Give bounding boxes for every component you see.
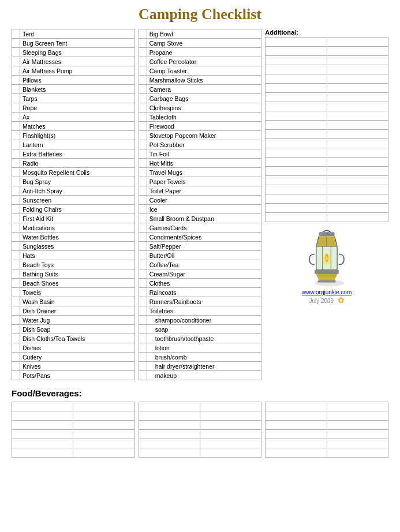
checkbox-cell[interactable] bbox=[139, 66, 147, 76]
checkbox-cell[interactable] bbox=[12, 29, 20, 39]
additional-cell[interactable] bbox=[327, 130, 388, 139]
checkbox-cell[interactable] bbox=[12, 353, 20, 362]
food-cell[interactable] bbox=[139, 411, 200, 421]
checkbox-cell[interactable] bbox=[139, 122, 147, 131]
checkbox-cell[interactable] bbox=[139, 113, 147, 122]
checkbox-cell[interactable] bbox=[12, 205, 20, 214]
checkbox-cell[interactable] bbox=[12, 186, 20, 196]
checkbox-cell[interactable] bbox=[139, 103, 147, 113]
checkbox-cell[interactable] bbox=[139, 325, 147, 334]
checkbox-cell[interactable] bbox=[139, 94, 147, 103]
checkbox-cell[interactable] bbox=[12, 177, 20, 186]
checkbox-cell[interactable] bbox=[12, 279, 20, 288]
additional-cell[interactable] bbox=[327, 38, 388, 47]
checkbox-cell[interactable] bbox=[139, 306, 147, 316]
checkbox-cell[interactable] bbox=[139, 76, 147, 85]
food-cell[interactable] bbox=[327, 439, 388, 448]
food-cell[interactable] bbox=[12, 421, 73, 430]
checkbox-cell[interactable] bbox=[139, 269, 147, 279]
additional-cell[interactable] bbox=[266, 111, 327, 121]
additional-cell[interactable] bbox=[266, 167, 327, 176]
checkbox-cell[interactable] bbox=[139, 297, 147, 306]
food-cell[interactable] bbox=[139, 421, 200, 430]
food-cell[interactable] bbox=[266, 421, 327, 430]
additional-cell[interactable] bbox=[327, 185, 388, 194]
checkbox-cell[interactable] bbox=[12, 66, 20, 76]
checkbox-cell[interactable] bbox=[12, 131, 20, 140]
food-cell[interactable] bbox=[327, 402, 388, 411]
checkbox-cell[interactable] bbox=[139, 242, 147, 251]
food-cell[interactable] bbox=[73, 439, 134, 448]
food-cell[interactable] bbox=[327, 411, 388, 421]
checkbox-cell[interactable] bbox=[12, 214, 20, 223]
checkbox-cell[interactable] bbox=[12, 288, 20, 297]
food-cell[interactable] bbox=[327, 430, 388, 439]
checkbox-cell[interactable] bbox=[12, 334, 20, 343]
additional-cell[interactable] bbox=[266, 84, 327, 93]
checkbox-cell[interactable] bbox=[139, 39, 147, 48]
food-cell[interactable] bbox=[12, 439, 73, 448]
additional-cell[interactable] bbox=[266, 176, 327, 185]
food-cell[interactable] bbox=[327, 421, 388, 430]
food-cell[interactable] bbox=[200, 411, 261, 421]
checkbox-cell[interactable] bbox=[139, 186, 147, 196]
checkbox-cell[interactable] bbox=[12, 297, 20, 306]
food-cell[interactable] bbox=[266, 430, 327, 439]
checkbox-cell[interactable] bbox=[139, 223, 147, 233]
attribution-link[interactable]: www.orgjunkie.com bbox=[302, 289, 352, 295]
additional-cell[interactable] bbox=[327, 84, 388, 93]
food-cell[interactable] bbox=[73, 430, 134, 439]
checkbox-cell[interactable] bbox=[12, 159, 20, 168]
food-cell[interactable] bbox=[73, 421, 134, 430]
additional-cell[interactable] bbox=[266, 121, 327, 130]
checkbox-cell[interactable] bbox=[12, 113, 20, 122]
checkbox-cell[interactable] bbox=[12, 251, 20, 260]
checkbox-cell[interactable] bbox=[139, 334, 147, 343]
checkbox-cell[interactable] bbox=[12, 362, 20, 371]
checkbox-cell[interactable] bbox=[12, 316, 20, 325]
checkbox-cell[interactable] bbox=[139, 168, 147, 177]
additional-cell[interactable] bbox=[266, 56, 327, 65]
additional-cell[interactable] bbox=[266, 148, 327, 158]
food-cell[interactable] bbox=[200, 421, 261, 430]
additional-cell[interactable] bbox=[327, 47, 388, 56]
checkbox-cell[interactable] bbox=[12, 103, 20, 113]
checkbox-cell[interactable] bbox=[139, 260, 147, 269]
checkbox-cell[interactable] bbox=[139, 131, 147, 140]
food-cell[interactable] bbox=[73, 411, 134, 421]
checkbox-cell[interactable] bbox=[139, 233, 147, 242]
checkbox-cell[interactable] bbox=[12, 196, 20, 205]
food-cell[interactable] bbox=[266, 411, 327, 421]
additional-cell[interactable] bbox=[327, 176, 388, 185]
checkbox-cell[interactable] bbox=[139, 196, 147, 205]
checkbox-cell[interactable] bbox=[12, 85, 20, 94]
checkbox-cell[interactable] bbox=[139, 140, 147, 149]
checkbox-cell[interactable] bbox=[12, 371, 20, 380]
additional-cell[interactable] bbox=[266, 130, 327, 139]
food-cell[interactable] bbox=[12, 402, 73, 411]
checkbox-cell[interactable] bbox=[12, 233, 20, 242]
food-cell[interactable] bbox=[200, 448, 261, 458]
additional-cell[interactable] bbox=[327, 194, 388, 204]
additional-cell[interactable] bbox=[266, 74, 327, 84]
checkbox-cell[interactable] bbox=[12, 325, 20, 334]
additional-cell[interactable] bbox=[266, 194, 327, 204]
additional-cell[interactable] bbox=[266, 185, 327, 194]
additional-cell[interactable] bbox=[327, 56, 388, 65]
additional-cell[interactable] bbox=[266, 204, 327, 213]
checkbox-cell[interactable] bbox=[139, 205, 147, 214]
additional-cell[interactable] bbox=[266, 93, 327, 102]
food-cell[interactable] bbox=[139, 439, 200, 448]
checkbox-cell[interactable] bbox=[12, 48, 20, 57]
checkbox-cell[interactable] bbox=[139, 29, 147, 39]
checkbox-cell[interactable] bbox=[12, 343, 20, 353]
checkbox-cell[interactable] bbox=[139, 279, 147, 288]
food-cell[interactable] bbox=[73, 402, 134, 411]
food-cell[interactable] bbox=[266, 439, 327, 448]
checkbox-cell[interactable] bbox=[12, 57, 20, 66]
checkbox-cell[interactable] bbox=[139, 288, 147, 297]
checkbox-cell[interactable] bbox=[12, 149, 20, 159]
food-cell[interactable] bbox=[73, 448, 134, 458]
food-cell[interactable] bbox=[139, 402, 200, 411]
food-cell[interactable] bbox=[200, 439, 261, 448]
